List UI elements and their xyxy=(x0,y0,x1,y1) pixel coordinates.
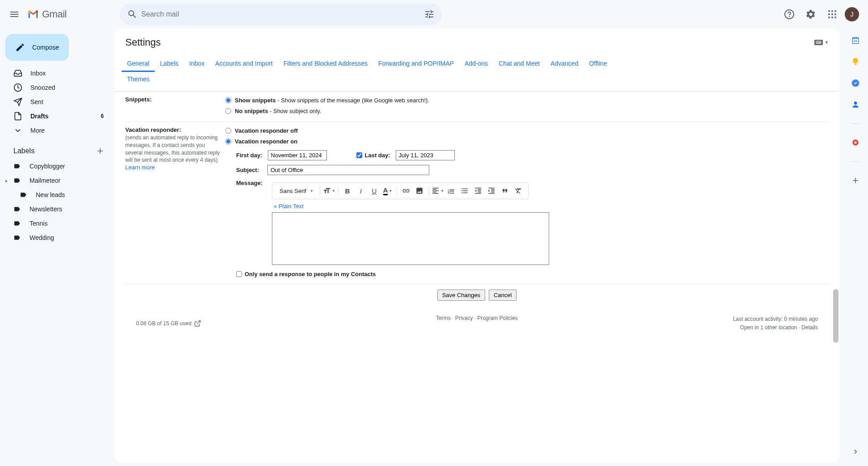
details-link[interactable]: Details xyxy=(801,324,818,331)
font-size-button[interactable]: ▼ xyxy=(323,185,335,197)
snippets-option-label: Show snippets xyxy=(235,97,276,104)
plain-text-link[interactable]: « Plain Text xyxy=(274,203,304,210)
support-button[interactable] xyxy=(780,5,798,23)
vacation-radio-0[interactable] xyxy=(225,128,231,134)
first-day-input[interactable] xyxy=(268,150,327,160)
tab-advanced[interactable]: Advanced xyxy=(545,56,584,72)
label-item-wedding[interactable]: Wedding xyxy=(4,231,109,245)
label-item-copyblogger[interactable]: Copyblogger xyxy=(4,159,109,173)
keep-app-button[interactable] xyxy=(851,57,860,66)
addon-icon xyxy=(851,138,860,147)
image-button[interactable] xyxy=(413,185,426,197)
privacy-link[interactable]: Privacy xyxy=(455,315,473,321)
text-color-button[interactable]: A▼ xyxy=(381,185,394,197)
snippets-radio-1[interactable] xyxy=(225,108,231,114)
settings-tabs: GeneralLabelsInboxAccounts and ImportFil… xyxy=(114,56,839,72)
numbered-list-icon xyxy=(447,187,455,195)
expand-toggle[interactable]: ▸ xyxy=(5,178,8,183)
bold-icon: B xyxy=(345,187,350,195)
remove-format-icon xyxy=(514,187,522,195)
subject-label: Subject: xyxy=(236,167,262,173)
label-icon xyxy=(13,234,21,241)
svg-point-18 xyxy=(855,142,857,144)
tab-general[interactable]: General xyxy=(122,56,155,72)
tab-forwarding-and-pop-imap[interactable]: Forwarding and POP/IMAP xyxy=(373,56,459,72)
label-item-tennis[interactable]: Tennis xyxy=(4,216,109,231)
tab-filters-and-blocked-addresses[interactable]: Filters and Blocked Addresses xyxy=(278,56,373,72)
search-button[interactable] xyxy=(123,5,141,23)
tab-offline[interactable]: Offline xyxy=(584,56,612,72)
gmail-logo[interactable]: Gmail xyxy=(27,8,67,21)
label-item-mailmeteor[interactable]: ▸Mailmeteor xyxy=(4,173,109,188)
tab-chat-and-meet[interactable]: Chat and Meet xyxy=(493,56,545,72)
settings-button[interactable] xyxy=(802,5,820,23)
tab-labels[interactable]: Labels xyxy=(155,56,184,72)
contacts-app-button[interactable] xyxy=(851,100,860,109)
link-button[interactable] xyxy=(400,185,412,197)
search-input[interactable] xyxy=(141,10,420,18)
sidebar-item-snoozed[interactable]: Snoozed xyxy=(4,80,109,95)
compose-button[interactable]: Compose xyxy=(5,34,69,61)
tab-add-ons[interactable]: Add-ons xyxy=(459,56,493,72)
apps-button[interactable] xyxy=(823,5,841,23)
plus-icon xyxy=(96,147,105,155)
addon-button[interactable] xyxy=(851,138,860,147)
indent-less-button[interactable] xyxy=(472,185,484,197)
policies-link[interactable]: Program Policies xyxy=(477,315,518,321)
expand-panel-button[interactable] xyxy=(848,445,863,459)
vacation-description: (sends an automated reply to incoming me… xyxy=(125,134,223,164)
save-button[interactable]: Save Changes xyxy=(437,290,485,301)
tab-inbox[interactable]: Inbox xyxy=(184,56,210,72)
setting-vacation: Vacation responder: (sends an automated … xyxy=(125,122,829,284)
pencil-icon xyxy=(15,42,25,53)
vacation-learn-more-link[interactable]: Learn more xyxy=(125,164,155,171)
label-item-newsletters[interactable]: Newsletters xyxy=(4,202,109,216)
font-selector[interactable]: Sans Serif▼ xyxy=(276,186,317,196)
underline-button[interactable]: U xyxy=(368,185,381,197)
last-day-input[interactable] xyxy=(396,150,455,160)
last-day-checkbox[interactable] xyxy=(356,152,362,158)
calendar-app-button[interactable]: 31 xyxy=(851,36,860,45)
contacts-only-checkbox[interactable] xyxy=(236,271,242,277)
message-body-input[interactable] xyxy=(272,212,549,265)
add-label-button[interactable] xyxy=(95,146,106,156)
input-tools-button[interactable]: ⌨ ▼ xyxy=(814,40,829,45)
quote-button[interactable] xyxy=(499,185,511,197)
main-menu-button[interactable] xyxy=(4,4,25,25)
vertical-scrollbar[interactable] xyxy=(833,289,838,343)
label-item-new-leads[interactable]: New leads xyxy=(4,188,109,202)
bullet-list-button[interactable] xyxy=(458,185,471,197)
cancel-button[interactable]: Cancel xyxy=(489,290,517,301)
search-options-button[interactable] xyxy=(420,5,438,23)
label-text: Newsletters xyxy=(30,206,62,213)
sidebar-item-more[interactable]: More xyxy=(4,123,109,138)
sidebar-item-inbox[interactable]: Inbox xyxy=(4,66,109,80)
svg-point-5 xyxy=(828,13,830,15)
send-icon xyxy=(13,97,22,106)
align-button[interactable]: ▼ xyxy=(432,185,444,197)
formatting-toolbar: Sans Serif▼ ▼ B I U A▼ xyxy=(272,182,529,199)
open-external-button[interactable] xyxy=(194,320,201,327)
sidebar-item-sent[interactable]: Sent xyxy=(4,95,109,109)
keep-icon xyxy=(851,57,860,66)
bold-button[interactable]: B xyxy=(341,185,354,197)
italic-button[interactable]: I xyxy=(355,185,367,197)
tasks-app-button[interactable] xyxy=(851,79,860,88)
subject-input[interactable] xyxy=(267,165,429,175)
labels-heading: Labels xyxy=(13,147,34,155)
tab-accounts-and-import[interactable]: Accounts and Import xyxy=(210,56,278,72)
svg-point-16 xyxy=(854,101,857,105)
numbered-list-button[interactable] xyxy=(445,185,457,197)
gear-icon xyxy=(805,9,816,20)
get-addons-button[interactable] xyxy=(851,176,860,185)
side-panel: 31 xyxy=(843,29,868,466)
tab-themes[interactable]: Themes xyxy=(122,72,155,88)
sidebar-item-drafts[interactable]: Drafts6 xyxy=(4,109,109,123)
indent-more-button[interactable] xyxy=(485,185,498,197)
last-day-label: Last day: xyxy=(365,152,390,159)
remove-format-button[interactable] xyxy=(512,185,525,197)
vacation-radio-1[interactable] xyxy=(225,139,231,144)
terms-link[interactable]: Terms xyxy=(436,315,451,321)
snippets-radio-0[interactable] xyxy=(225,97,231,103)
account-avatar[interactable]: J xyxy=(845,7,859,21)
